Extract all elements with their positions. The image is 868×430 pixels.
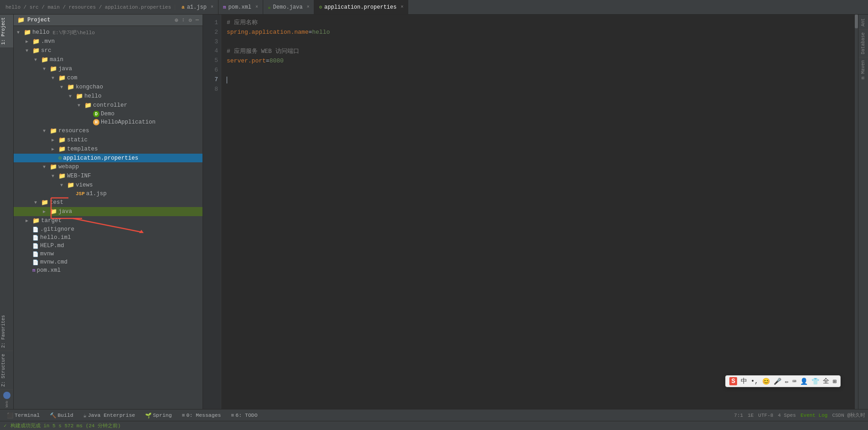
maven-label[interactable]: m Maven bbox=[860, 58, 867, 81]
tab-spring[interactable]: 🌱 Spring bbox=[141, 411, 176, 420]
expand-arrow-mvn[interactable]: ▶ bbox=[26, 39, 31, 44]
folder-icon-webinf: 📁 bbox=[58, 172, 66, 180]
sidebar-structure-label[interactable]: Z: Structure bbox=[0, 351, 13, 389]
tab-messages[interactable]: ≡ 0: Messages bbox=[178, 411, 225, 420]
tree-item-gitignore[interactable]: 📄 .gitignore bbox=[14, 225, 203, 233]
tree-item-test[interactable]: ▼ 📁 test bbox=[14, 198, 203, 207]
editor-scrollbar[interactable] bbox=[854, 15, 858, 409]
folder-icon-test: 📁 bbox=[41, 199, 48, 206]
tab-close-demojava[interactable]: × bbox=[307, 5, 309, 10]
tab-pomxml[interactable]: m pom.xml × bbox=[218, 0, 263, 14]
tree-item-controller[interactable]: ▼ 📁 controller bbox=[14, 101, 203, 110]
expand-arrow-views[interactable]: ▼ bbox=[60, 183, 66, 188]
tree-item-target[interactable]: ▶ 📁 target bbox=[14, 216, 203, 225]
ime-shirt[interactable]: 👕 bbox=[811, 378, 819, 385]
ime-punctuation[interactable]: •, bbox=[751, 378, 759, 385]
expand-arrow-controller[interactable]: ▼ bbox=[78, 103, 83, 108]
tree-item-java-test[interactable]: ▶ 📁 java bbox=[14, 207, 203, 216]
expand-arrow-webapp[interactable]: ▼ bbox=[43, 165, 48, 170]
expand-arrow-com[interactable]: ▼ bbox=[52, 76, 57, 81]
ant-label[interactable]: Ant bbox=[860, 16, 867, 28]
tree-item-helloapp[interactable]: H HelloApplication bbox=[14, 118, 203, 126]
sidebar-favorites-label[interactable]: 2: Favorites bbox=[0, 312, 13, 351]
tree-item-com[interactable]: ▼ 📁 com bbox=[14, 73, 203, 83]
tree-item-kongchao[interactable]: ▼ 📁 kongchao bbox=[14, 83, 203, 92]
tree-item-hello-pkg[interactable]: ▼ 📁 hello bbox=[14, 92, 203, 101]
tab-bar: hello / src / main / resources / applica… bbox=[0, 0, 868, 15]
locate-icon[interactable]: ⊕ bbox=[175, 17, 178, 24]
tree-item-appprops[interactable]: ⚙ application.properties bbox=[14, 154, 203, 162]
collapse-icon[interactable]: — bbox=[196, 17, 199, 24]
event-log-link[interactable]: Event Log bbox=[800, 413, 827, 418]
tree-item-pomxml[interactable]: m pom.xml bbox=[14, 266, 203, 275]
expand-arrow-src[interactable]: ▼ bbox=[26, 48, 31, 53]
expand-arrow-hello[interactable]: ▼ bbox=[17, 30, 22, 35]
tree-item-webinf[interactable]: ▼ 📁 WEB-INF bbox=[14, 171, 203, 181]
folder-icon-controller: 📁 bbox=[84, 102, 92, 109]
tree-item-a1jsp[interactable]: JSP a1.jsp bbox=[14, 190, 203, 198]
ime-grid[interactable]: ⊞ bbox=[833, 378, 837, 385]
tree-item-src[interactable]: ▼ 📁 src bbox=[14, 46, 203, 55]
label-main: main bbox=[50, 57, 63, 63]
right-panel: Ant Database m Maven bbox=[858, 15, 868, 409]
label-webinf: WEB-INF bbox=[67, 173, 91, 179]
label-target: target bbox=[41, 218, 62, 224]
expand-arrow-resources[interactable]: ▼ bbox=[43, 129, 48, 134]
tree-item-helpmd[interactable]: 📄 HELP.md bbox=[14, 242, 203, 250]
ime-pen[interactable]: ✏ bbox=[785, 378, 789, 385]
expand-arrow-templates[interactable]: ▶ bbox=[52, 146, 57, 152]
ime-mic[interactable]: 🎤 bbox=[774, 378, 781, 385]
tree-item-mvnwcmd[interactable]: 📄 mvnw.cmd bbox=[14, 258, 203, 266]
expand-arrow-java[interactable]: ▼ bbox=[43, 67, 48, 72]
tree-item-mvnw[interactable]: 📄 mvnw bbox=[14, 250, 203, 258]
expand-arrow-kongchao[interactable]: ▼ bbox=[60, 85, 66, 90]
comment-4: # 应用服务 WEB 访问端口 bbox=[227, 48, 299, 55]
code-line-1: # 应用名称 bbox=[227, 18, 849, 28]
tab-build[interactable]: 🔨 Build bbox=[46, 411, 78, 420]
tree-item-hello-root[interactable]: ▼ 📁 hello E:\学习吧\hello bbox=[14, 28, 203, 37]
ime-user[interactable]: 👤 bbox=[800, 378, 808, 385]
ime-emoji[interactable]: 😊 bbox=[762, 378, 770, 385]
ime-full[interactable]: 全 bbox=[823, 377, 829, 385]
expand-arrow-target[interactable]: ▶ bbox=[26, 218, 31, 223]
tree-item-hello-iml[interactable]: 📄 hello.iml bbox=[14, 233, 203, 242]
enterprise-label: Java Enterprise bbox=[88, 412, 135, 418]
tree-item-resources[interactable]: ▼ 📁 resources bbox=[14, 126, 203, 135]
expand-arrow-test[interactable]: ▼ bbox=[34, 200, 40, 205]
code-editor[interactable]: # 应用名称 spring.application.name=hello # 应… bbox=[221, 15, 854, 409]
tree-item-main[interactable]: ▼ 📁 main bbox=[14, 55, 203, 64]
tab-terminal[interactable]: ⬛ Terminal bbox=[3, 411, 44, 420]
tab-close-pomxml[interactable]: × bbox=[255, 5, 258, 10]
tab-todo[interactable]: ≡ 6: TODO bbox=[227, 411, 261, 420]
project-header: 📁 Project ⊕ ↕ ⚙ — bbox=[14, 15, 203, 26]
scrollbar-thumb[interactable] bbox=[855, 15, 858, 28]
sort-icon[interactable]: ↕ bbox=[182, 17, 185, 24]
expand-arrow-hello-pkg[interactable]: ▼ bbox=[69, 94, 74, 99]
tree-item-webapp[interactable]: ▼ 📁 webapp bbox=[14, 162, 203, 171]
main-area: 1: Project 2: Favorites Z: Structure Web… bbox=[0, 15, 868, 409]
web-icon[interactable] bbox=[3, 392, 10, 399]
expand-arrow-main[interactable]: ▼ bbox=[34, 57, 40, 62]
tree-item-static[interactable]: ▶ 📁 static bbox=[14, 135, 203, 145]
settings-icon[interactable]: ⚙ bbox=[189, 17, 192, 24]
tab-java-enterprise[interactable]: ☕ Java Enterprise bbox=[79, 411, 139, 420]
tab-appprops[interactable]: ⚙ application.properties × bbox=[314, 0, 408, 14]
tab-close-appprops[interactable]: × bbox=[400, 5, 403, 10]
expand-arrow-static[interactable]: ▶ bbox=[52, 137, 57, 143]
database-label[interactable]: Database bbox=[860, 31, 867, 56]
tree-item-demo[interactable]: D Demo bbox=[14, 110, 203, 118]
folder-icon-main: 📁 bbox=[41, 56, 48, 63]
ime-chinese[interactable]: 中 bbox=[741, 377, 747, 385]
code-line-8 bbox=[227, 85, 849, 95]
tree-item-views[interactable]: ▼ 📁 views bbox=[14, 181, 203, 190]
ime-keyboard[interactable]: ⌨ bbox=[792, 378, 796, 385]
tab-demojava[interactable]: ☕ Demo.java × bbox=[263, 0, 314, 14]
tree-item-templates[interactable]: ▶ 📁 templates bbox=[14, 145, 203, 154]
tab-close-a1jsp[interactable]: × bbox=[211, 5, 213, 10]
expand-arrow-webinf[interactable]: ▼ bbox=[52, 174, 57, 179]
sidebar-project-label[interactable]: 1: Project bbox=[0, 15, 13, 47]
tab-a1jsp[interactable]: a a1.jsp × bbox=[177, 0, 218, 14]
tree-item-mvn[interactable]: ▶ 📁 .mvn bbox=[14, 37, 203, 46]
tree-item-java[interactable]: ▼ 📁 java bbox=[14, 64, 203, 73]
expand-arrow-java-test[interactable]: ▶ bbox=[43, 209, 48, 214]
